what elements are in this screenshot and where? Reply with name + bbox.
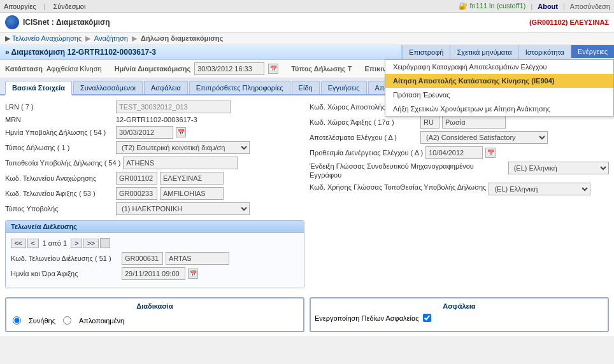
radio-synithis-label: Συνήθης bbox=[29, 317, 55, 325]
calendar-icon-status[interactable]: 📅 bbox=[268, 64, 278, 74]
asfaleia-checkbox-row: Ενεργοποίηση Πεδίων Ασφαλείας bbox=[315, 314, 604, 322]
breadcrumb-item-1[interactable]: Αναζήτηση bbox=[94, 34, 128, 42]
kod-afixis-label: Κωδ. Τελωνείου Άφιξης ( 53 ) bbox=[5, 190, 113, 197]
hmnia-afixis-input[interactable] bbox=[122, 267, 185, 280]
pagination: << < 1 από 1 > >> bbox=[11, 238, 299, 248]
tab-eggyiseis[interactable]: Εγγυήσεις bbox=[321, 81, 367, 94]
breadcrumb-item-0[interactable]: Τελωνείο Αναχώρησης bbox=[12, 34, 82, 42]
field-kod-xrhsis: Κωδ. Χρήσης Γλώσσας ΤοποΘεσίας Υποβολής … bbox=[310, 183, 609, 195]
typos-select[interactable]: (Τ2) Εσωτερική κοινοτική διαμ/ση bbox=[116, 141, 250, 154]
prothesmia-input[interactable] bbox=[425, 146, 483, 159]
dropdown-item-2[interactable]: Πρόταση Έρευνας bbox=[385, 88, 613, 102]
kod-afixis-name[interactable] bbox=[160, 187, 224, 200]
kod-diel-code[interactable] bbox=[122, 252, 163, 265]
page-info: 1 από 1 bbox=[40, 239, 69, 247]
apotelesmata-label: Αποτελέσματα Ελέγχου ( Δ ) bbox=[310, 134, 418, 141]
logout-link[interactable]: Αποσύνδεση bbox=[570, 3, 610, 10]
field-mrn: MRN 12-GRTR1102-0003617-3 bbox=[5, 116, 304, 123]
kod-diel-name[interactable] bbox=[166, 252, 229, 265]
kod-anax-label: Κωδ. Τελωνείου Αναχώρησης bbox=[5, 174, 113, 182]
field-hmnia-yp: Ημνία Υποβολής Δήλωσης ( 54 ) 📅 bbox=[5, 126, 304, 139]
btn-sxetika[interactable]: Σχετικά μηνύματα bbox=[450, 45, 518, 59]
typos-yp-select[interactable]: (1) ΗΛΕΚΤΡΟΝΙΚΗ bbox=[116, 202, 250, 215]
btn-epistrofi[interactable]: Επιστροφή bbox=[402, 45, 450, 59]
tab-epiprosthetes[interactable]: Επιπρόσθετες Πληροφορίες bbox=[189, 81, 290, 94]
field-endeixi: Ένδειξη Γλώσσας Συνοδευτικού Μηχανογραφη… bbox=[310, 162, 609, 180]
kod-xwras-afixis-label: Κωδ. Χώρας Άφιξης ( 17α ) bbox=[310, 118, 418, 126]
prothesmia-label: Προθεσμία Διενέργειας Ελέγχου ( Δ ) bbox=[310, 149, 423, 157]
diadikasia-title: Διαδικασία bbox=[10, 302, 299, 310]
status-katastasi: Κατάσταση Αφιχθείσα Κίνηση bbox=[5, 65, 102, 73]
page-camera-icon bbox=[100, 238, 110, 248]
topothesia-input[interactable] bbox=[123, 157, 238, 169]
main-content: LRN ( 7 ) MRN 12-GRTR1102-0003617-3 Ημνί… bbox=[0, 95, 614, 293]
app-logo bbox=[5, 15, 19, 29]
telwneía-title: Τελωνεία Διέλευσης bbox=[6, 221, 304, 233]
typos-label: Τύπος Δήλωσης ( 1 ) bbox=[5, 144, 113, 151]
calendar-icon-yp[interactable]: 📅 bbox=[176, 127, 186, 137]
about-link[interactable]: About bbox=[538, 3, 558, 10]
tab-asfaleia[interactable]: Ασφάλεια bbox=[144, 81, 188, 94]
breadcrumb: ▶ Τελωνείο Αναχώρησης ▶ Αναζήτηση ▶ Δήλω… bbox=[0, 32, 614, 45]
radio-synithis[interactable] bbox=[13, 316, 21, 325]
page-title-section: Διαμετακόμιση 12-GRTR1102-0003617-3 bbox=[0, 45, 402, 59]
header: ICISnet : Διαμετακόμιση (GR001102) ΕΛΕΥΣ… bbox=[0, 13, 614, 32]
nav-sep3: | bbox=[563, 3, 565, 10]
status-typos: Τύπος Δήλωσης Τ bbox=[291, 65, 352, 73]
field-typos-dilwsis: Τύπος Δήλωσης ( 1 ) (Τ2) Εσωτερική κοινο… bbox=[5, 141, 304, 154]
top-navigation: Αιτουργίες | Σύνδεσμοι 🔐 fn111 ln (custo… bbox=[0, 0, 614, 13]
breadcrumb-current: Δήλωση διαμετακόμισης bbox=[141, 34, 223, 42]
title-bar: Διαμετακόμιση 12-GRTR1102-0003617-3 Επισ… bbox=[0, 45, 614, 60]
calendar-icon-prothesmia[interactable]: 📅 bbox=[485, 148, 496, 158]
kod-afixis-code[interactable] bbox=[116, 187, 157, 200]
field-kod-xwras-afixis: Κωδ. Χώρας Άφιξης ( 17α ) bbox=[310, 116, 609, 129]
kod-xwras-afixis-name[interactable] bbox=[442, 116, 506, 129]
kod-xwras-afixis-code[interactable] bbox=[420, 116, 439, 129]
page-title: Διαμετακόμιση 12-GRTR1102-0003617-3 bbox=[5, 48, 396, 57]
hmnia-yp-input[interactable] bbox=[116, 126, 173, 139]
tab-vasika[interactable]: Βασικά Στοιχεία bbox=[5, 81, 72, 95]
energies-dropdown-menu: Χειρόγραφη Καταγραφή Αποτελεσμάτων Ελέγχ… bbox=[385, 59, 614, 116]
field-kod-dielevsis: Κωδ. Τελωνείου Διέλευσης ( 51 ) bbox=[11, 252, 299, 265]
lrn-input[interactable] bbox=[116, 101, 231, 113]
tab-synallassomenoi[interactable]: Συναλλασσόμενοι bbox=[73, 81, 143, 94]
dropdown-item-0[interactable]: Χειρόγραφη Καταγραφή Αποτελεσμάτων Ελέγχ… bbox=[385, 60, 613, 74]
field-kod-afixis: Κωδ. Τελωνείου Άφιξης ( 53 ) bbox=[5, 187, 304, 200]
telwneía-section: Τελωνεία Διέλευσης << < 1 από 1 > >> Κωδ… bbox=[5, 220, 304, 288]
radio-aplosopoimeni-label: Απλοποιημένη bbox=[79, 317, 124, 325]
field-prothesmia: Προθεσμία Διενέργειας Ελέγχου ( Δ ) 📅 bbox=[310, 146, 609, 159]
page-first[interactable]: << bbox=[11, 239, 26, 248]
calendar-icon-afixis[interactable]: 📅 bbox=[188, 269, 198, 279]
asfaleia-checkbox[interactable] bbox=[423, 314, 431, 322]
radio-aplosopoimeni[interactable] bbox=[63, 316, 71, 325]
apotelesmata-select[interactable]: (A2) Considered Satisfactory bbox=[420, 131, 548, 144]
status-katastasi-value: Αφιχθείσα Κίνηση bbox=[46, 65, 102, 73]
diadikasia-panel: Διαδικασία Συνήθης Απλοποιημένη bbox=[5, 297, 304, 332]
page-prev[interactable]: < bbox=[27, 239, 39, 248]
page-next[interactable]: > bbox=[71, 239, 82, 248]
field-topothesia: Τοποθεσία Υποβολής Δήλωσης ( 54 ) bbox=[5, 157, 304, 169]
nav-sindesmoi[interactable]: Σύνδεσμοι bbox=[53, 3, 85, 10]
field-lrn: LRN ( 7 ) bbox=[5, 101, 304, 113]
status-hmnia-input[interactable] bbox=[194, 62, 264, 75]
asfaleia-checkbox-label: Ενεργοποίηση Πεδίων Ασφαλείας bbox=[315, 314, 419, 322]
top-nav-right: 🔐 fn111 ln (custoff1) | About | Αποσύνδε… bbox=[459, 2, 610, 10]
kod-anax-code[interactable] bbox=[116, 172, 157, 185]
page-last[interactable]: >> bbox=[83, 239, 99, 248]
btn-istorikotita[interactable]: Ιστορικότητα bbox=[518, 45, 571, 59]
bottom-panels: Διαδικασία Συνήθης Απλοποιημένη Ασφάλεια… bbox=[0, 293, 614, 336]
tab-eidi[interactable]: Είδη bbox=[292, 81, 320, 94]
kod-xrhsis-select[interactable]: (EL) Ελληνική bbox=[489, 183, 590, 195]
field-kod-anax: Κωδ. Τελωνείου Αναχώρησης bbox=[5, 172, 304, 185]
kod-anax-name[interactable] bbox=[160, 172, 224, 185]
dropdown-item-3[interactable]: Λήξη Σχετικών Χρονόμετρων με Αίτηση Ανάκ… bbox=[385, 102, 613, 116]
left-panel: LRN ( 7 ) MRN 12-GRTR1102-0003617-3 Ημνί… bbox=[5, 101, 304, 288]
btn-energies[interactable]: Ενέργειες bbox=[571, 45, 614, 58]
kod-diel-label: Κωδ. Τελωνείου Διέλευσης ( 51 ) bbox=[11, 255, 119, 262]
endeixi-select[interactable]: (EL) Ελληνική bbox=[508, 162, 609, 174]
nav-aitouriges[interactable]: Αιτουργίες bbox=[4, 3, 36, 10]
field-hmnia-afixis: Ημνία και Ώρα Άφιξης 📅 bbox=[11, 267, 299, 280]
top-nav-left: Αιτουργίες | Σύνδεσμοι bbox=[4, 3, 85, 10]
lrn-label: LRN ( 7 ) bbox=[5, 103, 113, 111]
dropdown-item-1[interactable]: Αίτηση Αποστολής Κατάστασης Κίνησης (ΙΕ9… bbox=[385, 74, 613, 88]
